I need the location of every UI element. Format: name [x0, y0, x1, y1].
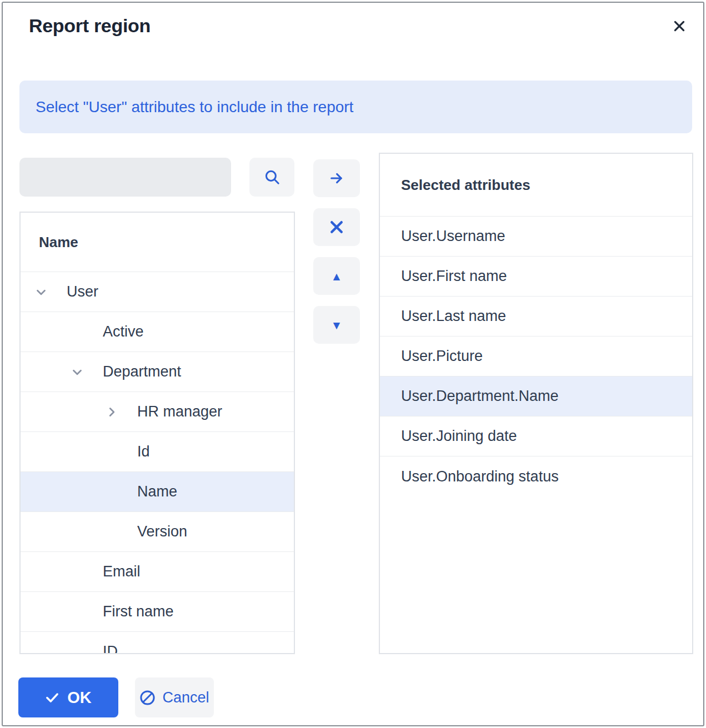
ok-button[interactable]: OK — [18, 677, 118, 717]
tree-row-label: HR manager — [137, 403, 222, 420]
selected-attribute-row[interactable]: User.Onboarding status — [380, 456, 692, 496]
selected-attribute-row[interactable]: User.Department.Name — [380, 376, 692, 416]
selected-attribute-label: User.Joining date — [401, 428, 517, 445]
selected-attribute-label: User.Username — [401, 228, 505, 245]
tree-row-label: Id — [137, 443, 150, 460]
dialog-title: Report region — [29, 15, 151, 37]
search-input[interactable] — [19, 158, 231, 197]
tree-row-label: First name — [103, 603, 174, 620]
selected-attribute-label: User.Department.Name — [401, 388, 559, 405]
tree-row[interactable]: User — [21, 272, 294, 312]
tree-header: Name — [21, 213, 294, 272]
chevron-right-icon[interactable] — [104, 404, 119, 420]
chevron-down-icon[interactable] — [69, 364, 85, 380]
tree-rows: User Active Department HR manager Id Nam… — [21, 272, 294, 654]
tree-row[interactable]: Email — [21, 552, 294, 592]
tree-row[interactable]: Id — [21, 432, 294, 472]
selected-attribute-label: User.Last name — [401, 308, 506, 325]
banner-text: Select "User" attributes to include in t… — [36, 98, 353, 116]
report-region-dialog: Report region Select "User" attributes t… — [2, 2, 704, 726]
move-down-button[interactable]: ▼ — [313, 306, 360, 344]
tree-row-label: Name — [137, 483, 177, 500]
search-button[interactable] — [249, 158, 294, 197]
tree-row-label: Active — [103, 323, 144, 340]
selected-attributes-panel: Selected attributes User.Username User.F… — [379, 153, 693, 654]
check-icon — [45, 690, 59, 705]
cancel-label: Cancel — [162, 689, 209, 706]
tree-row-label: Version — [137, 523, 187, 540]
tree-row-label: ID — [103, 643, 118, 654]
selected-rows: User.Username User.First name User.Last … — [380, 217, 692, 496]
tree-row[interactable]: Department — [21, 352, 294, 392]
circle-slash-icon — [139, 690, 156, 706]
move-up-button[interactable]: ▲ — [313, 257, 360, 295]
triangle-down-icon: ▼ — [331, 319, 343, 331]
tree-row[interactable]: HR manager — [21, 392, 294, 432]
triangle-up-icon: ▲ — [331, 270, 343, 282]
tree-row[interactable]: Name — [21, 472, 294, 512]
ok-label: OK — [67, 689, 92, 707]
selected-attribute-row[interactable]: User.First name — [380, 257, 692, 297]
search-icon — [263, 168, 281, 186]
remove-button[interactable] — [313, 208, 360, 246]
selected-attribute-row[interactable]: User.Picture — [380, 337, 692, 376]
tree-row[interactable]: First name — [21, 592, 294, 632]
x-remove-icon — [328, 219, 345, 235]
selected-attribute-label: User.Picture — [401, 348, 483, 365]
tree-row-label: Email — [103, 563, 141, 580]
tree-row-label: Department — [103, 363, 181, 380]
arrow-right-icon — [329, 170, 344, 186]
tree-row-label: User — [67, 283, 98, 300]
cancel-button[interactable]: Cancel — [135, 677, 214, 717]
selected-attributes-header: Selected attributes — [380, 154, 692, 217]
close-button[interactable] — [665, 12, 694, 41]
info-banner: Select "User" attributes to include in t… — [19, 81, 692, 133]
tree-row[interactable]: ID — [21, 632, 294, 654]
selected-attribute-label: User.First name — [401, 268, 507, 285]
tree-row[interactable]: Version — [21, 512, 294, 552]
selected-attribute-row[interactable]: User.Last name — [380, 297, 692, 337]
chevron-down-icon[interactable] — [33, 284, 49, 300]
close-icon — [672, 19, 687, 33]
selected-attribute-row[interactable]: User.Username — [380, 217, 692, 257]
move-right-button[interactable] — [313, 159, 360, 197]
attributes-tree-panel: Name User Active Department HR manager I… — [19, 212, 295, 654]
selected-attribute-row[interactable]: User.Joining date — [380, 416, 692, 456]
selected-attribute-label: User.Onboarding status — [401, 468, 559, 485]
tree-row[interactable]: Active — [21, 312, 294, 352]
